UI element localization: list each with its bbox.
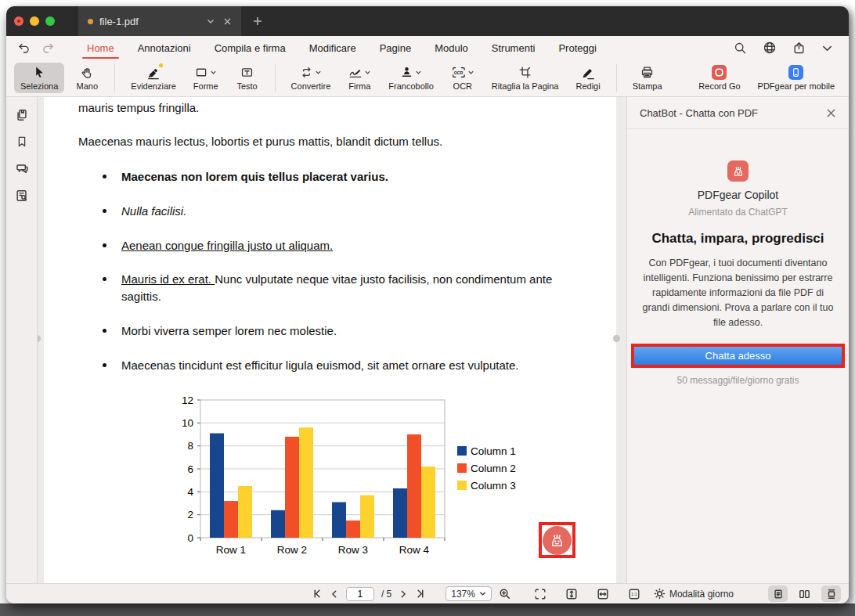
pdf-page[interactable]: mauris tempus fringilla. Maecenas mauris… bbox=[44, 97, 616, 583]
page-thumbnails-icon[interactable] bbox=[15, 108, 29, 122]
comments-icon[interactable] bbox=[15, 161, 29, 175]
next-page-button[interactable] bbox=[399, 589, 408, 599]
continuous-scroll-view-button[interactable] bbox=[821, 585, 841, 602]
new-tab-button[interactable] bbox=[241, 6, 274, 36]
tab-proteggi[interactable]: Proteggi bbox=[548, 36, 606, 59]
list-item: Maecenas tincidunt est efficitur ligula … bbox=[78, 357, 586, 374]
svg-text:8: 8 bbox=[187, 440, 193, 452]
chat-now-button[interactable]: Chatta adesso bbox=[634, 347, 842, 365]
zoom-window-button[interactable] bbox=[45, 16, 55, 26]
close-window-button[interactable] bbox=[14, 16, 23, 26]
tool-forme[interactable]: Forme bbox=[187, 63, 225, 93]
tab-annotazioni[interactable]: Annotazioni bbox=[128, 36, 201, 59]
tab-bar: file-1.pdf bbox=[6, 6, 849, 36]
tool-testo[interactable]: Testo bbox=[229, 63, 265, 93]
close-panel-icon[interactable] bbox=[826, 108, 836, 118]
list-item: Morbi viverra semper lorem nec molestie. bbox=[78, 322, 586, 340]
chevron-down-icon bbox=[415, 69, 422, 76]
tool-redigi[interactable]: Redigi bbox=[569, 63, 606, 93]
tab-home[interactable]: Home bbox=[77, 36, 124, 59]
copilot-floating-button[interactable] bbox=[543, 526, 572, 555]
bookmarks-icon[interactable] bbox=[16, 135, 28, 148]
signature-icon bbox=[348, 66, 363, 80]
tool-record-go[interactable]: Record Go bbox=[692, 63, 746, 93]
redo-icon[interactable] bbox=[41, 41, 55, 55]
two-page-view-button[interactable] bbox=[795, 585, 814, 602]
tab-chevron-down-icon[interactable] bbox=[206, 16, 215, 26]
tool-firma[interactable]: Firma bbox=[341, 63, 377, 93]
tab-strumenti[interactable]: Strumenti bbox=[482, 36, 546, 59]
convert-icon bbox=[300, 66, 313, 79]
first-page-button[interactable] bbox=[312, 589, 323, 599]
tool-convertire[interactable]: Convertire bbox=[285, 63, 337, 93]
panel-resize-handle-left[interactable] bbox=[38, 335, 41, 342]
single-page-view-button[interactable] bbox=[768, 585, 788, 602]
ai-translate-icon[interactable] bbox=[763, 41, 777, 55]
actual-size-icon[interactable]: 1:1 bbox=[628, 588, 640, 600]
printer-icon bbox=[640, 66, 654, 79]
last-page-button[interactable] bbox=[415, 589, 425, 599]
tool-mano[interactable]: Mano bbox=[69, 63, 105, 93]
fit-page-icon[interactable] bbox=[534, 588, 547, 600]
tool-francobollo[interactable]: Francobollo bbox=[382, 63, 439, 93]
text-box-icon bbox=[240, 66, 254, 79]
svg-text:OCR: OCR bbox=[453, 70, 463, 75]
toolbar-divider bbox=[616, 64, 617, 92]
tool-ocr[interactable]: OCR OCR bbox=[445, 63, 481, 93]
mobile-icon bbox=[788, 65, 803, 80]
traffic-lights bbox=[6, 6, 64, 36]
svg-text:Column 1: Column 1 bbox=[471, 445, 516, 457]
zoom-level-select[interactable]: 137% bbox=[446, 586, 492, 601]
two-page-icon bbox=[799, 589, 810, 600]
panel-resize-handle-right[interactable] bbox=[613, 335, 620, 342]
paragraph: mauris tempus fringilla. bbox=[78, 99, 586, 116]
tool-pdfgear-per-mobile[interactable]: PDFgear per mobile bbox=[752, 63, 841, 93]
minimize-window-button[interactable] bbox=[30, 16, 39, 26]
tab-close-icon[interactable] bbox=[223, 17, 232, 26]
chatbot-description: Con PDFgear, i tuoi documenti diventano … bbox=[641, 256, 835, 330]
svg-text:10: 10 bbox=[182, 417, 193, 429]
document-search-icon[interactable] bbox=[15, 189, 29, 203]
redact-pen-icon bbox=[581, 66, 595, 80]
cursor-icon bbox=[33, 66, 46, 79]
svg-text:4: 4 bbox=[187, 486, 193, 498]
svg-text:12: 12 bbox=[182, 394, 193, 406]
tool-ritaglia-la-pagina[interactable]: Ritaglia la Pagina bbox=[485, 63, 565, 93]
ribbon-tabs: Home Annotazioni Compila e firma Modific… bbox=[77, 36, 607, 59]
collapse-ribbon-chevron-icon[interactable] bbox=[821, 42, 833, 54]
tool-stampa[interactable]: Stampa bbox=[626, 63, 669, 93]
pdfgear-window: file-1.pdf Home Annotazioni Compila e fi… bbox=[6, 6, 849, 603]
page-number-input[interactable] bbox=[346, 587, 374, 601]
unsaved-indicator-dot bbox=[88, 19, 93, 24]
tab-compila-e-firma[interactable]: Compila e firma bbox=[204, 36, 296, 59]
undo-icon[interactable] bbox=[17, 41, 31, 55]
chatbot-heading: Chatta, impara, progredisci bbox=[641, 231, 835, 247]
tab-pagine[interactable]: Pagine bbox=[370, 36, 421, 59]
day-mode-toggle[interactable]: Modalità giorno bbox=[654, 588, 734, 600]
tool-evidenziare[interactable]: Evidenziare bbox=[124, 63, 182, 93]
previous-page-button[interactable] bbox=[330, 589, 339, 599]
bullet-list: Maecenas non lorem quis tellus placerat … bbox=[78, 168, 586, 373]
zoom-level-value: 137% bbox=[451, 589, 475, 600]
chatbot-panel-title: ChatBot - Chatta con PDF bbox=[640, 107, 758, 119]
fit-height-icon[interactable] bbox=[565, 588, 578, 600]
status-bar: / 5 137% 1:1 Modalità giorno bbox=[6, 583, 849, 603]
robot-icon bbox=[731, 164, 745, 178]
bar-chart: 024681012Row 1Row 2Row 3Row 4Column 1Col… bbox=[166, 391, 586, 569]
chatbot-panel-header: ChatBot - Chatta con PDF bbox=[627, 97, 849, 129]
highlighter-color-dot bbox=[159, 63, 163, 67]
document-viewport[interactable]: mauris tempus fringilla. Maecenas mauris… bbox=[38, 97, 626, 583]
zoom-in-icon[interactable] bbox=[499, 588, 510, 600]
fit-width-icon[interactable] bbox=[597, 588, 609, 600]
tool-seleziona[interactable]: Seleziona bbox=[14, 63, 64, 93]
share-icon[interactable] bbox=[792, 41, 806, 55]
plus-icon bbox=[252, 16, 263, 27]
tab-modificare[interactable]: Modificare bbox=[299, 36, 366, 59]
copilot-brand-name: PDFgear Copilot bbox=[641, 189, 835, 201]
list-item: Nulla facilisi. bbox=[78, 203, 586, 220]
sun-icon bbox=[654, 588, 666, 600]
search-icon[interactable] bbox=[734, 41, 747, 55]
tab-modulo[interactable]: Modulo bbox=[424, 36, 478, 59]
pdf-page-content: mauris tempus fringilla. Maecenas mauris… bbox=[44, 97, 616, 569]
document-tab[interactable]: file-1.pdf bbox=[78, 6, 241, 36]
